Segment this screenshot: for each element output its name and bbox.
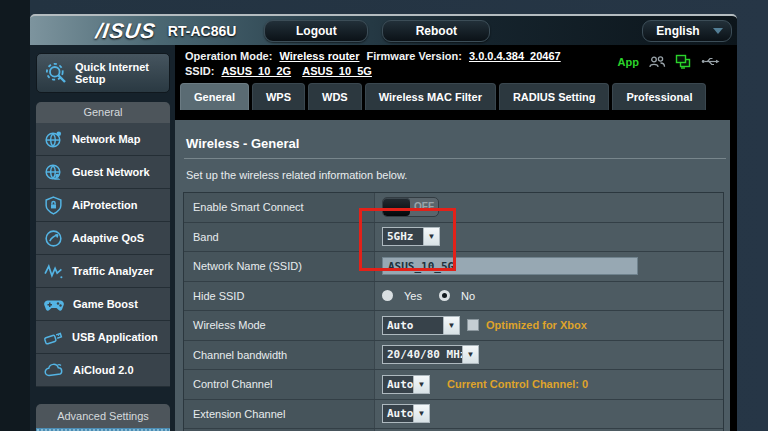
chevron-down-icon (713, 28, 723, 34)
language-label: English (643, 24, 713, 38)
gamepad-icon (43, 294, 65, 315)
tab-wds[interactable]: WDS (308, 83, 362, 110)
sidebar-item-aicloud[interactable]: AiCloud 2.0 (36, 354, 170, 387)
sidebar-item-usb-application[interactable]: USB Application (36, 321, 170, 354)
sidebar-item-label: AiProtection (72, 199, 137, 211)
wireless-mode-select[interactable]: Auto ▼ (382, 316, 460, 335)
ssid-5g-link[interactable]: ASUS_10_5G (302, 65, 372, 77)
asus-logo: /ISUS (94, 19, 157, 43)
language-selector[interactable]: English (642, 20, 732, 42)
dropdown-arrow-icon: ▼ (443, 317, 459, 334)
extension-channel-select[interactable]: Auto ▼ (382, 404, 430, 423)
shield-lock-icon (43, 195, 64, 216)
router-admin-window: /ISUS RT-AC86U Logout Reboot English (30, 0, 737, 431)
sidebar-item-adaptive-qos[interactable]: Adaptive QoS (36, 222, 170, 255)
dropdown-arrow-icon: ▼ (413, 405, 429, 422)
radio-label-yes: Yes (404, 290, 422, 302)
operation-mode-link[interactable]: Wireless router (279, 50, 359, 62)
field-label: Channel bandwidth (184, 341, 375, 370)
ssid-2g-link[interactable]: ASUS_10_2G (221, 65, 291, 77)
cloud-icon (43, 360, 65, 381)
sidebar-item-label: Quick Internet Setup (75, 61, 165, 85)
clients-icon[interactable] (648, 55, 666, 69)
band-selected-value: 5GHz (383, 228, 423, 245)
row-channel-bandwidth: Channel bandwidth 20/40/80 MHz ▼ (184, 341, 723, 371)
tab-wps[interactable]: WPS (252, 83, 305, 110)
main-area: Operation Mode: Wireless router Firmware… (175, 45, 737, 431)
optimized-for-xbox-checkbox[interactable] (467, 319, 479, 331)
network-devices-icon[interactable] (675, 54, 692, 69)
operation-mode-label: Operation Mode: (185, 50, 272, 62)
usb-drive-icon (43, 327, 64, 348)
dropdown-arrow-icon: ▼ (423, 228, 439, 245)
hide-ssid-yes-radio[interactable] (382, 290, 393, 301)
logout-button[interactable]: Logout (264, 20, 368, 42)
sidebar-item-guest-network[interactable]: Guest Network (36, 156, 170, 189)
sidebar-item-label: Adaptive QoS (72, 232, 144, 244)
globe-pin-icon (43, 129, 64, 150)
router-model: RT-AC86U (168, 23, 236, 39)
page-title: Wireless - General (186, 136, 730, 151)
page-description: Set up the wireless related information … (186, 169, 730, 181)
sidebar-item-network-map[interactable]: Network Map (36, 123, 170, 156)
field-label: Wireless Mode (184, 311, 375, 340)
sidebar-item-label: Network Map (72, 133, 140, 145)
optimized-for-xbox-label: Optimized for Xbox (486, 319, 587, 331)
row-wireless-mode: Wireless Mode Auto ▼ Optimized for Xbox (184, 311, 723, 341)
ssid-input[interactable] (382, 257, 638, 275)
settings-table: Enable Smart Connect OFF Band (183, 192, 724, 431)
page-background: /ISUS RT-AC86U Logout Reboot English (0, 0, 768, 431)
sidebar: Quick Internet Setup General Ne (30, 45, 175, 431)
usb-icon[interactable] (701, 55, 721, 68)
row-hide-ssid: Hide SSID Yes No (184, 282, 723, 312)
waveform-icon (43, 261, 64, 282)
dropdown-arrow-icon: ▼ (413, 376, 429, 393)
tab-radius-setting[interactable]: RADIUS Setting (499, 83, 610, 110)
divider (184, 158, 726, 159)
top-header-bar: /ISUS RT-AC86U Logout Reboot English (30, 14, 737, 45)
channel-bandwidth-selected-value: 20/40/80 MHz (383, 346, 462, 363)
row-band: Band 5GHz ▼ (184, 223, 723, 253)
control-channel-selected-value: Auto (383, 376, 413, 393)
field-label: Band (184, 223, 375, 252)
sidebar-item-label: USB Application (72, 331, 158, 343)
tab-wireless-mac-filter[interactable]: Wireless MAC Filter (365, 83, 496, 110)
toggle-state-label: OFF (410, 198, 438, 216)
sidebar-section-advanced-settings: Advanced Settings (36, 404, 170, 428)
app-link[interactable]: App (618, 56, 639, 68)
sidebar-section-general: General (36, 102, 170, 123)
hide-ssid-no-radio[interactable] (439, 290, 450, 301)
sidebar-item-label: Guest Network (72, 166, 150, 178)
firmware-label: Firmware Version: (367, 50, 462, 62)
field-label: Extension Channel (184, 400, 375, 429)
row-network-name: Network Name (SSID) (184, 252, 723, 282)
sidebar-item-label: Traffic Analyzer (72, 265, 154, 277)
control-channel-select[interactable]: Auto ▼ (382, 375, 430, 394)
channel-bandwidth-select[interactable]: 20/40/80 MHz ▼ (382, 345, 479, 364)
sidebar-item-quick-internet-setup[interactable]: Quick Internet Setup (36, 53, 170, 93)
radio-label-no: No (461, 290, 475, 302)
field-label: Network Name (SSID) (184, 252, 375, 281)
sidebar-item-traffic-analyzer[interactable]: Traffic Analyzer (36, 255, 170, 288)
wireless-tabs: General WPS WDS Wireless MAC Filter RADI… (175, 80, 737, 120)
band-select[interactable]: 5GHz ▼ (382, 227, 440, 246)
toggle-knob (383, 198, 410, 216)
status-infobar: Operation Mode: Wireless router Firmware… (175, 45, 737, 80)
status-icons: App (618, 54, 721, 69)
row-extension-channel: Extension Channel Auto ▼ (184, 400, 723, 430)
smart-connect-toggle[interactable]: OFF (382, 197, 439, 217)
tab-general[interactable]: General (180, 83, 249, 110)
sidebar-general-group: General Network Map (36, 102, 170, 387)
gear-wifi-icon (44, 61, 68, 85)
ssid-label: SSID: (185, 65, 214, 77)
globe-user-icon (43, 162, 64, 183)
current-control-channel-note: Current Control Channel: 0 (447, 378, 588, 390)
tab-professional[interactable]: Professional (612, 83, 706, 110)
sidebar-item-aiprotection[interactable]: AiProtection (36, 189, 170, 222)
row-control-channel: Control Channel Auto ▼ Current Control C… (184, 370, 723, 400)
sidebar-item-game-boost[interactable]: Game Boost (36, 288, 170, 321)
reboot-button[interactable]: Reboot (382, 20, 490, 42)
speedometer-icon (43, 228, 64, 249)
firmware-version-link[interactable]: 3.0.0.4.384_20467 (469, 50, 561, 62)
sidebar-item-label: Game Boost (73, 298, 138, 310)
